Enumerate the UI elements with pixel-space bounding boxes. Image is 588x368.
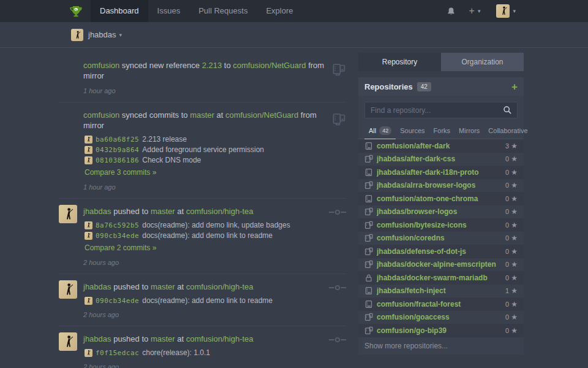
repo-link[interactable]: jhabdas/fetch-inject (377, 286, 505, 295)
commit-author-avatar (85, 221, 92, 229)
commit-line: ba60a68f25 2.213 release (85, 135, 325, 144)
repo-link[interactable]: comfusion/bytesize-icons (377, 221, 505, 229)
star-count: 0★ (505, 168, 518, 177)
repo-search-input[interactable] (364, 102, 518, 118)
actor-avatar[interactable] (59, 109, 77, 127)
repo-link[interactable]: jhabdas/alrra-browser-logos (377, 181, 505, 190)
filter-all[interactable]: All 42 (364, 123, 396, 139)
mirror-icon (325, 109, 346, 191)
tab-organization[interactable]: Organization (441, 53, 524, 71)
commit-line: 0432b9a864 Added foreground service perm… (85, 145, 325, 154)
repo-link[interactable]: comfusion/high-tea (186, 334, 254, 343)
repo-link[interactable]: comfusion/high-tea (186, 282, 254, 291)
notifications-bell-icon[interactable] (447, 7, 456, 16)
star-count: 0★ (505, 260, 518, 269)
actor-avatar[interactable] (59, 205, 77, 223)
commit-sha-link[interactable]: f0f15edcac (96, 349, 139, 357)
actor-avatar[interactable] (59, 59, 77, 77)
create-new-dropdown[interactable]: + ▾ (469, 6, 481, 17)
repo-link[interactable]: comfusion/NetGuard (233, 61, 306, 70)
branch-link[interactable]: master (151, 334, 175, 343)
repo-link[interactable]: comfusion/atom-one-chroma (377, 194, 505, 203)
actor-link[interactable]: comfusion (83, 61, 119, 70)
repo-row[interactable]: jhabdas/after-dark-i18n-proto 0★ (358, 166, 524, 179)
repo-row[interactable]: comfusion/bytesize-icons 0★ (358, 218, 524, 232)
new-repository-button[interactable]: + (511, 82, 518, 92)
repo-link[interactable]: comfusion/go-bip39 (377, 326, 505, 335)
right-panel: Repository Organization Repositories 42 … (358, 53, 524, 368)
gitea-logo[interactable] (69, 4, 83, 18)
commit-sha-link[interactable]: 0432b9a864 (96, 146, 139, 154)
repo-row[interactable]: comfusion/go-bip39 0★ (358, 324, 524, 337)
feed-title: jhabdas pushed to master at comfusion/hi… (83, 205, 325, 217)
repo-row[interactable]: jhabdas/docker-swarm-mariadb 0★ (358, 271, 524, 285)
repo-link[interactable]: jhabdas/docker-swarm-mariadb (377, 274, 505, 282)
branch-link[interactable]: master (151, 207, 175, 216)
actor-link[interactable]: jhabdas (83, 282, 111, 291)
feed-text: pushed to (111, 334, 151, 343)
feed-title: jhabdas pushed to master at comfusion/hi… (83, 280, 325, 292)
filter-mirrors[interactable]: Mirrors (454, 124, 484, 138)
repo-row[interactable]: comfusion/after-dark 3★ (358, 139, 524, 153)
tab-repository[interactable]: Repository (358, 53, 441, 71)
show-more-repositories-link[interactable]: Show more repositories... (358, 337, 524, 355)
repo-row[interactable]: jhabdas/defense-of-dot-js 0★ (358, 245, 524, 258)
search-icon[interactable] (503, 105, 512, 115)
repo-link[interactable]: jhabdas/after-dark-i18n-proto (377, 168, 505, 177)
commit-sha-link[interactable]: 090cb34ede (96, 297, 139, 305)
repo-row[interactable]: comfusion/fractal-forest 0★ (358, 297, 524, 311)
repo-row[interactable]: comfusion/goaccess 0★ (358, 311, 524, 324)
nav-pull-requests[interactable]: Pull Requests (189, 0, 257, 22)
repo-link[interactable]: comfusion/after-dark (377, 142, 505, 150)
branch-link[interactable]: master (190, 110, 214, 120)
feed-text: at (175, 207, 186, 216)
repo-row[interactable]: jhabdas/alrra-browser-logos 0★ (358, 179, 524, 193)
star-count: 0★ (505, 313, 518, 321)
user-menu-dropdown[interactable]: ▾ (496, 4, 516, 18)
feed-text: at (214, 110, 225, 120)
commit-sha-link[interactable]: 8a76c592b5 (96, 221, 139, 229)
commit-sha-link[interactable]: 090cb34ede (96, 232, 139, 240)
repo-row[interactable]: comfusion/atom-one-chroma 0★ (358, 192, 524, 205)
repo-link[interactable]: jhabdas/after-dark-css (377, 155, 505, 163)
star-count: 0★ (505, 247, 518, 256)
repo-link[interactable]: comfusion/fractal-forest (377, 300, 505, 309)
star-icon: ★ (511, 286, 518, 295)
nav-issues[interactable]: Issues (148, 0, 190, 22)
actor-avatar[interactable] (59, 280, 77, 299)
navbar-right: + ▾ ▾ (447, 4, 588, 18)
chevron-down-icon: ▾ (513, 8, 516, 14)
filter-collaborative[interactable]: Collaborative (484, 124, 532, 138)
repo-row[interactable]: jhabdas/browser-logos 0★ (358, 205, 524, 219)
actor-link[interactable]: jhabdas (83, 207, 111, 216)
commit-sha-link[interactable]: 0810386186 (96, 156, 139, 164)
fork-icon (364, 326, 373, 335)
repo-row[interactable]: jhabdas/fetch-inject 1★ (358, 285, 524, 298)
repo-link[interactable]: comfusion/coredns (377, 234, 505, 242)
activity-feed: comfusion synced new reference 2.213 to … (59, 53, 346, 368)
branch-link[interactable]: master (151, 282, 175, 291)
repo-row[interactable]: jhabdas/after-dark-css 0★ (358, 153, 524, 166)
repo-link[interactable]: jhabdas/browser-logos (377, 207, 505, 216)
fork-icon (364, 155, 373, 163)
compare-commits-link[interactable]: Compare 3 commits » (85, 168, 156, 177)
filter-sources[interactable]: Sources (396, 124, 429, 138)
repo-link[interactable]: comfusion/goaccess (377, 313, 505, 321)
nav-explore[interactable]: Explore (257, 0, 302, 22)
context-selector[interactable]: jhabdas ▾ (88, 30, 122, 39)
actor-avatar[interactable] (59, 332, 77, 351)
nav-dashboard[interactable]: Dashboard (91, 0, 148, 22)
repo-row[interactable]: jhabdas/docker-alpine-emscripten 0★ (358, 258, 524, 272)
compare-commits-link[interactable]: Compare 2 commits » (85, 243, 156, 252)
actor-link[interactable]: jhabdas (83, 334, 111, 343)
commit-author-avatar (85, 146, 92, 154)
actor-link[interactable]: comfusion (83, 110, 119, 120)
repo-link[interactable]: jhabdas/defense-of-dot-js (377, 247, 505, 256)
repo-link[interactable]: comfusion/NetGuard (225, 110, 298, 120)
repo-row[interactable]: comfusion/coredns 0★ (358, 232, 524, 245)
repo-link[interactable]: comfusion/high-tea (186, 207, 254, 216)
filter-forks[interactable]: Forks (429, 124, 455, 138)
ref-link[interactable]: 2.213 (202, 61, 222, 70)
commit-sha-link[interactable]: ba60a68f25 (96, 136, 139, 144)
repo-link[interactable]: jhabdas/docker-alpine-emscripten (377, 260, 505, 269)
